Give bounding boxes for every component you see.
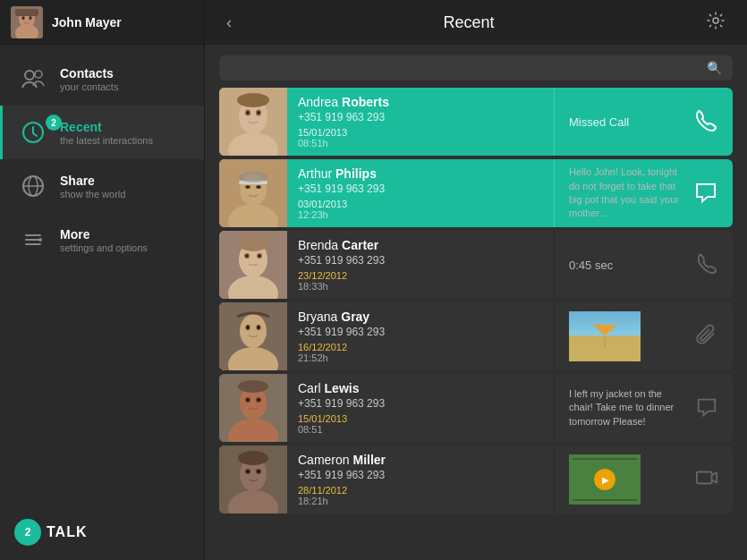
sidebar-header: John Mayer (0, 0, 204, 45)
action-text: I left my jacket on the chair! Take me t… (569, 387, 695, 428)
contact-time: 12:23h (298, 209, 543, 220)
main-panel: ‹ Recent 🔍 (204, 0, 747, 560)
contact-action: Hello John! Look, tonight do not forget … (554, 159, 733, 227)
contact-phone: +351 919 963 293 (298, 182, 543, 195)
svg-point-57 (258, 399, 260, 402)
contact-row[interactable]: Brenda Carter +351 919 963 293 23/12/201… (219, 231, 733, 299)
contact-date: 28/11/2012 (298, 485, 543, 496)
logo-icon: 2 (14, 519, 41, 546)
svg-point-9 (35, 71, 42, 78)
contact-row[interactable]: Andrea Roberts +351 919 963 293 15/01/20… (219, 88, 733, 156)
contact-date: 16/12/2012 (298, 342, 543, 352)
contact-date: 15/01/2013 (298, 413, 543, 424)
sidebar-item-recent[interactable]: Recent the latest interactions 2 (0, 106, 204, 159)
settings-button[interactable] (699, 7, 733, 38)
contact-name: Andrea Roberts (298, 95, 543, 109)
svg-point-66 (238, 451, 268, 465)
contact-name: Arthur Philips (298, 166, 543, 181)
svg-point-15 (38, 238, 42, 242)
svg-point-56 (247, 399, 250, 402)
search-icon[interactable]: 🔍 (707, 61, 722, 75)
action-text: Missed Call (569, 115, 629, 129)
contact-time: 18:33h (298, 281, 543, 292)
contact-time: 08:51 (298, 424, 543, 435)
action-text: Hello John! Look, tonight do not forget … (569, 165, 693, 221)
svg-point-42 (259, 255, 261, 258)
main-header: ‹ Recent (205, 0, 747, 45)
contact-action: ▶ (554, 445, 733, 513)
svg-point-24 (247, 111, 250, 115)
svg-point-26 (237, 93, 269, 107)
more-nav-title: More (60, 227, 148, 242)
back-button[interactable]: ‹ (219, 10, 239, 36)
video-thumbnail: ▶ (569, 454, 641, 505)
svg-point-50 (258, 327, 259, 329)
contact-phone: +351 919 963 293 (298, 326, 543, 338)
logo-text: TALK (47, 524, 87, 540)
paperclip-icon (695, 323, 718, 351)
user-name: John Mayer (52, 15, 122, 30)
search-input[interactable] (230, 62, 707, 75)
contact-date: 15/01/2013 (298, 127, 543, 138)
contact-action (554, 302, 733, 370)
avatar (219, 374, 287, 442)
sidebar-footer: 2 TALK (0, 505, 204, 560)
svg-point-49 (247, 327, 249, 329)
contact-action: 0:45 sec (554, 231, 733, 299)
svg-point-43 (237, 235, 269, 251)
sidebar-nav: Contacts your contacts Recent the latest… (0, 45, 204, 505)
contact-action: I left my jacket on the chair! Take me t… (554, 374, 733, 442)
contact-name: Cameron Miller (298, 453, 543, 467)
svg-point-45 (240, 314, 267, 348)
video-icon (695, 466, 718, 494)
svg-point-33 (247, 186, 250, 188)
svg-point-5 (22, 16, 24, 18)
svg-point-58 (238, 380, 268, 393)
avatar (11, 6, 43, 38)
contacts-nav-title: Contacts (60, 66, 118, 81)
share-icon (17, 170, 49, 202)
sidebar-item-contacts[interactable]: Contacts your contacts (0, 52, 204, 106)
action-text: 0:45 sec (569, 259, 613, 272)
page-title: Recent (239, 13, 699, 32)
contact-row[interactable]: Bryana Gray +351 919 963 293 16/12/2012 … (219, 302, 733, 370)
svg-point-65 (258, 471, 260, 473)
search-input-wrap[interactable]: 🔍 (219, 55, 733, 81)
attachment-thumbnail (569, 311, 641, 361)
avatar (219, 88, 287, 156)
contact-date: 23/12/2012 (298, 270, 543, 281)
sidebar-item-share[interactable]: Share show the world (0, 159, 204, 213)
svg-point-18 (713, 18, 718, 23)
contact-phone: +351 919 963 293 (298, 111, 543, 123)
recent-nav-title: Recent (60, 120, 153, 134)
contact-row[interactable]: Arthur Philips +351 919 963 293 03/01/20… (219, 159, 733, 227)
sidebar-item-more[interactable]: More settings and options (0, 213, 204, 267)
contact-row[interactable]: Carl Lewis +351 919 963 293 15/01/2013 0… (219, 374, 733, 442)
message-icon (695, 395, 718, 422)
recent-icon (17, 116, 49, 148)
contacts-nav-subtitle: your contacts (60, 81, 118, 92)
contact-row[interactable]: Cameron Miller +351 919 963 293 28/11/20… (219, 445, 733, 513)
message-icon (693, 179, 718, 208)
avatar (219, 231, 287, 299)
contact-phone: +351 919 963 293 (298, 254, 543, 267)
avatar (219, 445, 287, 513)
contact-name: Bryana Gray (298, 310, 543, 324)
contact-time: 08:51h (298, 138, 543, 148)
contact-name: Carl Lewis (298, 381, 543, 395)
contact-phone: +351 919 963 293 (298, 397, 543, 410)
avatar (219, 159, 287, 227)
svg-point-25 (258, 111, 260, 115)
contacts-icon (17, 63, 49, 95)
svg-point-64 (247, 471, 250, 473)
share-nav-title: Share (60, 174, 125, 188)
contact-action: Missed Call (554, 88, 733, 156)
more-nav-subtitle: settings and options (60, 242, 148, 253)
svg-point-35 (239, 172, 267, 182)
avatar (219, 302, 287, 370)
search-bar: 🔍 (205, 45, 747, 88)
contact-time: 18:21h (298, 496, 543, 506)
svg-point-8 (25, 71, 34, 80)
recent-badge: 2 (46, 115, 62, 131)
svg-rect-67 (697, 471, 712, 483)
